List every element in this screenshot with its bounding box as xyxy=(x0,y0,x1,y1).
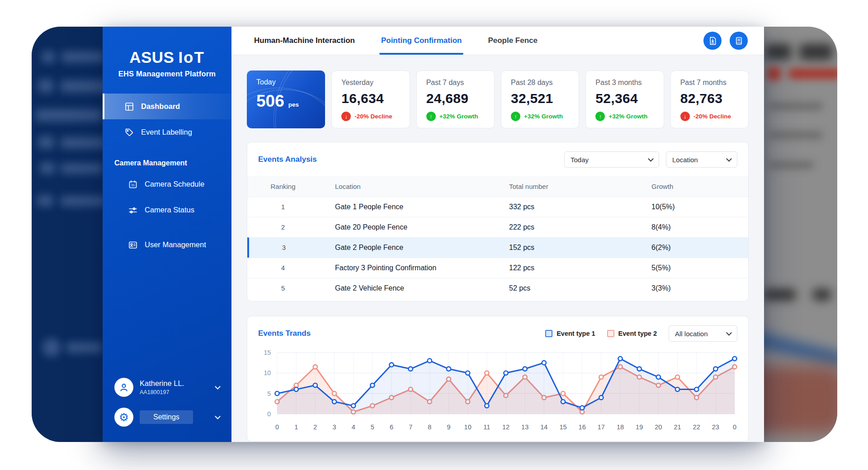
svg-text:7: 7 xyxy=(409,423,412,431)
cell-ranking: 4 xyxy=(247,264,319,272)
cell-total: 52 pcs xyxy=(493,284,635,292)
svg-text:0: 0 xyxy=(275,423,279,431)
events-trends-panel: Events Trands Event type 1 Event type 2 … xyxy=(247,316,749,442)
cell-ranking: 1 xyxy=(247,203,319,211)
period-dropdown[interactable]: Today xyxy=(564,151,659,168)
brand-iot: IoT xyxy=(178,48,204,66)
download-report-button[interactable] xyxy=(703,32,722,50)
user-account[interactable]: Katherine LL. AA1800197 xyxy=(103,374,231,400)
svg-text:15: 15 xyxy=(264,349,271,356)
stat-label: Yesterday xyxy=(341,79,405,87)
legend-label: Event type 2 xyxy=(618,330,657,337)
sidebar-item-label: Camera Status xyxy=(145,206,194,214)
blur-blob xyxy=(66,342,103,353)
settings-menu[interactable]: ⚙ Settings xyxy=(103,404,231,430)
tab-human-machine-interaction[interactable]: Human-Machine Interaction xyxy=(254,27,355,55)
svg-text:31: 31 xyxy=(131,183,135,187)
legend-label: Event type 1 xyxy=(557,330,595,337)
sidebar-item-user-management[interactable]: User Management xyxy=(103,232,231,258)
tab-bar: Human-Machine Interaction Pointing Confi… xyxy=(231,27,764,55)
chevron-down-icon xyxy=(726,156,732,162)
table-row[interactable]: 2 Gate 20 People Fence 222 pcs 8(4%) xyxy=(247,217,748,237)
sidebar-item-event-labelling[interactable]: Event Labelling xyxy=(103,119,231,145)
events-analysis-title: Events Analysis xyxy=(258,155,317,164)
user-meta: Katherine LL. AA1800197 xyxy=(140,379,216,395)
svg-text:6: 6 xyxy=(390,423,393,431)
chevron-down-icon[interactable] xyxy=(215,384,221,390)
trend-arrow-icon xyxy=(426,112,436,121)
sidebar-item-camera-status[interactable]: Camera Status xyxy=(103,197,231,223)
column-growth: Growth xyxy=(635,183,748,190)
cell-total: 152 pcs xyxy=(493,244,635,252)
stat-card-today: Today 506 pes xyxy=(247,70,325,128)
cell-total: 332 pcs xyxy=(493,203,635,211)
svg-text:10: 10 xyxy=(464,423,472,431)
legend-event-type-1[interactable]: Event type 1 xyxy=(545,330,595,337)
sidebar: ASUSIoT EHS Management Platform Dashboar… xyxy=(103,27,231,442)
user-id: AA1800197 xyxy=(140,389,216,395)
tab-pointing-confirmation[interactable]: Pointing Confirmation xyxy=(381,27,462,55)
location-dropdown-value: Location xyxy=(672,156,698,164)
table-header: Ranking Location Total number Growth xyxy=(247,176,748,197)
person-icon xyxy=(118,381,130,393)
svg-text:0: 0 xyxy=(733,423,736,431)
dashboard-icon xyxy=(124,102,134,112)
table-row[interactable]: 1 Gate 1 People Fence 332 pcs 10(5%) xyxy=(247,197,748,217)
svg-text:4: 4 xyxy=(352,423,355,431)
blur-blob xyxy=(35,109,103,122)
sidebar-item-camera-schedule[interactable]: 31 Camera Schedule xyxy=(103,171,231,197)
cell-ranking: 2 xyxy=(247,224,319,231)
svg-text:14: 14 xyxy=(540,423,547,431)
legend-event-type-2[interactable]: Event type 2 xyxy=(607,330,657,337)
chevron-down-icon[interactable] xyxy=(215,414,221,419)
blur-blob xyxy=(61,137,108,149)
blur-blob xyxy=(767,66,781,81)
events-analysis-panel: Events Analysis Today Location xyxy=(247,142,749,301)
tab-people-fence[interactable]: People Fence xyxy=(488,27,538,55)
blur-blob xyxy=(61,196,108,207)
all-location-dropdown-value: All location xyxy=(675,330,708,338)
table-row[interactable]: 4 Factory 3 Pointing Confirmation 122 pc… xyxy=(247,258,748,278)
svg-text:5: 5 xyxy=(371,423,374,431)
svg-text:19: 19 xyxy=(636,423,643,431)
location-dropdown[interactable]: Location xyxy=(666,151,737,168)
sidebar-item-dashboard[interactable]: Dashboard xyxy=(103,94,231,119)
stat-card-past-7-days: Past 7 days 24,689 +32% Growth xyxy=(416,70,495,128)
stat-cards: Today 506 pes Yesterday 16,634 -20% Decl… xyxy=(247,70,749,128)
log-button[interactable]: LOG xyxy=(730,32,748,50)
svg-text:16: 16 xyxy=(579,423,586,431)
sidebar-section-camera-management: Camera Management xyxy=(103,155,231,171)
chevron-down-icon xyxy=(726,330,732,336)
tag-icon xyxy=(124,127,134,137)
all-location-dropdown[interactable]: All location xyxy=(669,325,737,342)
download-report-icon xyxy=(708,36,717,46)
calendar-icon: 31 xyxy=(128,179,138,189)
stat-change: +32% Growth xyxy=(595,112,659,121)
stat-label: Past 7 days xyxy=(426,79,490,87)
stat-label: Past 3 months xyxy=(595,79,659,87)
svg-text:20: 20 xyxy=(655,423,662,431)
cell-growth: 3(3%) xyxy=(635,284,748,292)
events-analysis-table: Ranking Location Total number Growth 1 G… xyxy=(247,176,748,298)
blur-blob xyxy=(813,289,831,301)
table-row[interactable]: 5 Gate 2 Vehicle Fence 52 pcs 3(3%) xyxy=(247,278,748,298)
blur-blob xyxy=(763,289,796,301)
main-area: Human-Machine Interaction Pointing Confi… xyxy=(231,27,764,442)
chevron-down-icon xyxy=(648,156,654,162)
header-actions: LOG xyxy=(703,32,748,50)
trend-arrow-icon xyxy=(595,112,605,121)
stat-change-text: -20% Decline xyxy=(354,113,392,120)
blur-blob xyxy=(42,338,61,357)
trend-arrow-icon xyxy=(680,112,690,121)
blur-blob xyxy=(40,162,55,174)
stat-value: 82,763 xyxy=(680,91,744,106)
app-window: ASUSIoT EHS Management Platform Dashboar… xyxy=(103,27,764,442)
blur-blob xyxy=(769,161,814,169)
sidebar-item-label: Dashboard xyxy=(141,102,180,111)
blur-blob xyxy=(37,195,53,207)
table-row-selected[interactable]: 3 Gate 2 People Fence 152 pcs 6(2%) xyxy=(247,237,748,258)
svg-text:3: 3 xyxy=(332,423,336,431)
svg-text:LOG: LOG xyxy=(737,41,741,43)
svg-text:8: 8 xyxy=(428,423,431,431)
blur-blob xyxy=(38,136,54,149)
